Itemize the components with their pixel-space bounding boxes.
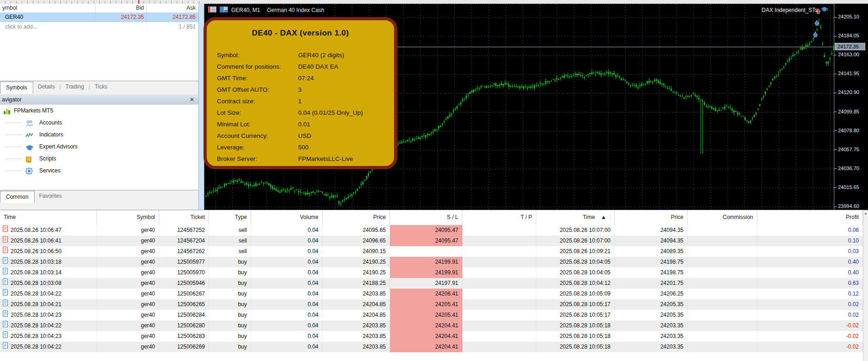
ea-info-row: Symbol:GER40 (2 digits)	[207, 50, 394, 61]
cell-sl: 24095.47	[390, 225, 462, 236]
cell-commission	[688, 225, 757, 236]
cell-commission	[688, 278, 757, 289]
column-header-ask[interactable]: Ask	[146, 4, 196, 12]
cell-close-price: 24201.75	[615, 278, 688, 289]
history-col-commission-10[interactable]: Commission	[688, 210, 757, 225]
ea-name-label: DAX Independent_STs	[762, 6, 828, 13]
tree-branch	[6, 147, 22, 147]
history-row[interactable]: 2025.08.26 10:06:41ger40124567204sell0.0…	[0, 236, 863, 246]
cell-volume: 0.04	[251, 342, 323, 352]
history-row[interactable]: 2025.08.28 10:04:22ger40125006280buy0.04…	[0, 320, 863, 331]
tab-ticks[interactable]: Ticks	[90, 81, 112, 90]
table-scrollbar[interactable]: ▲	[863, 210, 868, 361]
nav-item-fpmarkets-mt5[interactable]: FPMarkets MT5	[0, 105, 198, 117]
nav-item-expert-advisors[interactable]: Expert Advisors	[0, 141, 198, 153]
cell-close-price: 24205.35	[615, 299, 688, 310]
cell-close-price: 24198.75	[615, 267, 688, 278]
cell-type: buy	[209, 331, 251, 342]
cell-volume: 0.04	[251, 320, 323, 331]
history-row[interactable]: 2025.08.28 10:04:21ger40125006265buy0.04…	[0, 299, 863, 310]
nav-item-label: Scripts	[39, 155, 56, 162]
close-icon[interactable]: ✕	[190, 95, 194, 105]
axis-price-label: 24141.95	[838, 71, 859, 76]
history-row[interactable]: 2025.08.28 10:03:14ger40125005970buy0.04…	[0, 267, 863, 278]
history-col-profit-11[interactable]: Profit	[757, 210, 863, 225]
cell-commission	[688, 289, 757, 299]
history-row[interactable]: 2025.08.26 10:06:50ger40124567262sell0.0…	[0, 246, 863, 257]
history-col-type-3[interactable]: Type	[209, 210, 251, 225]
mt5-window: ymbol Bid Ask GER40 24172.35 24172.85 cl…	[0, 0, 868, 361]
cell-commission	[688, 267, 757, 278]
tab-favorites[interactable]: Favorites	[35, 190, 66, 199]
buy-order-icon	[3, 289, 8, 299]
nav-item-scripts[interactable]: Scripts	[0, 153, 198, 165]
cell-close-price: 24094.35	[615, 236, 688, 246]
history-col-time-0[interactable]: Time	[0, 210, 97, 225]
history-row[interactable]: 2025.08.28 10:03:18ger40125005977buy0.04…	[0, 257, 863, 267]
ea-info-rows: Symbol:GER40 (2 digits)Comment for posit…	[207, 50, 394, 165]
cell-ticket: 125006265	[159, 299, 209, 310]
cell-commission	[688, 246, 757, 257]
tab-symbols[interactable]: Symbols	[0, 82, 33, 94]
history-col-ticket-2[interactable]: Ticket	[159, 210, 209, 225]
cell-symbol: ger40	[97, 299, 159, 310]
column-header-symbol[interactable]: ymbol	[2, 4, 93, 12]
history-col-volume-4[interactable]: Volume	[251, 210, 323, 225]
cell-close-time: 2025.08.28 10:04:05	[536, 257, 615, 267]
column-header-bid[interactable]: Bid	[95, 4, 144, 12]
tab-trading[interactable]: Trading	[61, 81, 89, 90]
cell-close-time: 2025.08.28 10:05:18	[536, 342, 615, 352]
ea-info-title: DE40 - DAX (version 1.0)	[207, 29, 394, 38]
ea-info-value: DE40 DAX EA	[298, 63, 338, 70]
history-row[interactable]: 2025.08.26 10:06:47ger40124567252sell0.0…	[0, 225, 863, 236]
cell-type: sell	[209, 236, 251, 246]
ea-info-label: Lot Size:	[217, 109, 241, 116]
cell-tp	[462, 320, 536, 331]
open-time-text: 2025.08.28 10:04:21	[11, 299, 61, 310]
scroll-up-icon[interactable]: ▲	[863, 212, 868, 215]
navigator-panel: avigator ✕ FPMarkets MT5AccountsIndicato…	[0, 95, 198, 210]
cell-close-price: 24203.35	[615, 331, 688, 342]
buy-order-icon	[3, 331, 8, 342]
cell-symbol: ger40	[97, 289, 159, 299]
ask-value: 24172.85	[146, 12, 196, 22]
cell-commission	[688, 236, 757, 246]
open-time-text: 2025.08.28 10:03:08	[11, 278, 61, 289]
history-col-symbol-1[interactable]: Symbol	[97, 210, 159, 225]
click-to-add-label[interactable]: click to add...	[2, 22, 93, 32]
cell-tp	[462, 278, 536, 289]
history-col-time-8[interactable]: Time▲	[536, 210, 615, 225]
axis-tick	[834, 93, 837, 93]
history-row[interactable]: 2025.08.28 10:03:08ger40125005946buy0.04…	[0, 278, 863, 289]
chart-panel[interactable]: GER40, M1 German 40 Index Cash DAX Indep…	[204, 4, 834, 210]
nav-item-services[interactable]: Services	[0, 165, 198, 177]
market-watch-icon	[208, 6, 216, 14]
history-col-sl-6[interactable]: S / L	[390, 210, 462, 225]
cell-volume: 0.04	[251, 278, 323, 289]
cell-symbol: ger40	[97, 225, 159, 236]
history-row[interactable]: 2025.08.28 10:04:23ger40125006283buy0.04…	[0, 331, 863, 342]
cell-tp	[462, 310, 536, 320]
history-row[interactable]: 2025.08.28 10:04:22ger40125006269buy0.04…	[0, 342, 863, 352]
history-col-price-5[interactable]: Price	[323, 210, 390, 225]
nav-item-indicators[interactable]: Indicators	[0, 129, 198, 141]
history-row[interactable]: 2025.08.28 10:04:22ger40125006267buy0.04…	[0, 289, 863, 299]
nav-item-accounts[interactable]: Accounts	[0, 117, 198, 129]
sort-ascending-icon: ▲	[597, 214, 611, 220]
cell-open-time: 2025.08.28 10:03:18	[0, 257, 97, 267]
market-watch-row-ger40[interactable]: GER40 24172.35 24172.85	[0, 12, 198, 22]
cell-close-price: 24089.35	[615, 246, 688, 257]
history-col-price-9[interactable]: Price	[615, 210, 688, 225]
nav-item-label: FPMarkets MT5	[14, 107, 53, 114]
navigator-tree: FPMarkets MT5AccountsIndicatorsExpert Ad…	[0, 105, 198, 192]
cell-open-price: 24203.85	[323, 331, 390, 342]
cell-profit: -0.02	[757, 320, 863, 331]
history-row[interactable]: 2025.08.28 10:04:23ger40125006284buy0.04…	[0, 310, 863, 320]
cell-volume: 0.04	[251, 257, 323, 267]
market-watch-add-row[interactable]: click to add... 1 / 851	[0, 22, 198, 32]
cell-tp	[462, 257, 536, 267]
history-col-tp-7[interactable]: T / P	[462, 210, 536, 225]
cell-profit: -0.02	[757, 342, 863, 352]
tab-details[interactable]: Details	[33, 81, 60, 90]
tab-common[interactable]: Common	[0, 191, 35, 203]
